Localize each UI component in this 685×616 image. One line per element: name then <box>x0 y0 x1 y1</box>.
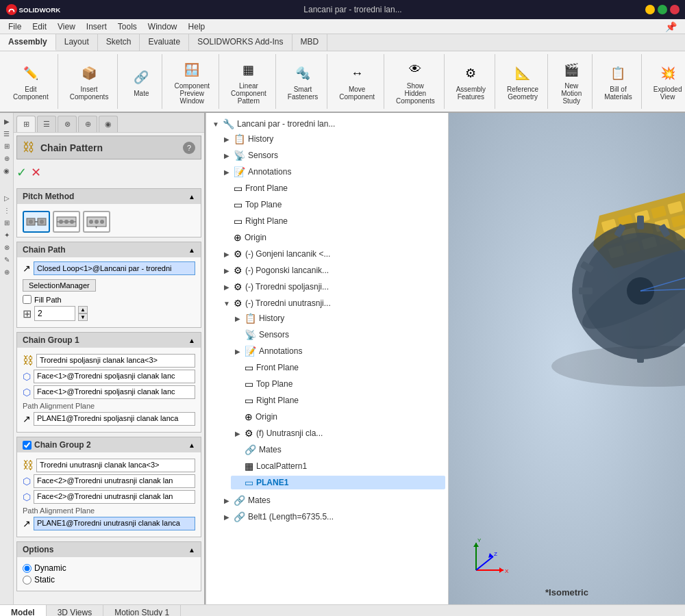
tree-pogonski-expand[interactable]: ▶ <box>223 266 231 274</box>
assembly-features-button[interactable]: ⚙ AssemblyFeatures <box>453 60 489 103</box>
method-btn-2[interactable] <box>53 211 80 233</box>
tree-sensors-content[interactable]: ▶ 📡 Sensors <box>220 149 445 162</box>
tree-mates-top-content[interactable]: ▶ 🔗 Mates <box>220 493 445 507</box>
pitch-input[interactable] <box>34 306 75 321</box>
pitch-down-button[interactable]: ▼ <box>78 313 88 321</box>
sidebar-icon-2[interactable]: ☰ <box>1 128 12 139</box>
cancel-button[interactable]: ✕ <box>31 165 41 180</box>
tree-top-plane-content[interactable]: ▶ ▭ Top Plane <box>220 198 445 211</box>
reference-geometry-button[interactable]: 📐 ReferenceGeometry <box>503 60 542 103</box>
sidebar-icon-5[interactable]: ◉ <box>1 165 12 176</box>
cg1-face1-input[interactable]: Face<1>@Troredni spoljasnji clanak lanc <box>34 370 195 383</box>
status-tab-motion-study[interactable]: Motion Study 1 <box>103 605 181 616</box>
cg2-component-input[interactable]: Troredni unutrasnji clanak lanca<3> <box>36 459 195 472</box>
show-hidden-button[interactable]: 👁 ShowHiddenComponents <box>393 57 438 107</box>
status-tab-model[interactable]: Model <box>0 605 47 616</box>
sidebar-icon-10[interactable]: ⊗ <box>1 242 12 253</box>
tree-troredni-unut-expand[interactable]: ▼ <box>223 299 231 307</box>
method-btn-1[interactable] <box>23 211 50 233</box>
panel-tab-2[interactable]: ☰ <box>37 116 56 132</box>
ok-button[interactable]: ✓ <box>16 165 27 180</box>
cg2-face1-input[interactable]: Face<2>@Troredni unutrasnji clanak lan <box>34 474 195 488</box>
cg1-face2-input[interactable]: Face<1>@Troredni spoljasnji clanak lanc <box>34 385 195 399</box>
panel-tab-1[interactable]: ⊞ <box>16 116 36 132</box>
tree-origin-inner-content[interactable]: ▶ ⊕ Origin <box>231 410 445 424</box>
tree-unutrasnji-cla-expand[interactable]: ▶ <box>234 429 242 437</box>
edit-component-button[interactable]: ✏️ EditComponent <box>10 60 52 103</box>
tree-top-plane-inner-content[interactable]: ▶ ▭ Top Plane <box>231 377 445 391</box>
tree-gonjeni-content[interactable]: ▶ ⚙ (-) Gonjeni lancanik <... <box>220 247 445 261</box>
sidebar-icon-8[interactable]: ⊞ <box>1 217 12 228</box>
chain-group-1-header[interactable]: Chain Group 1 ▲ <box>17 333 201 348</box>
sidebar-icon-9[interactable]: ✦ <box>1 229 12 240</box>
tree-history-top-expand[interactable]: ▶ <box>223 135 231 143</box>
tree-gonjeni-expand[interactable]: ▶ <box>223 250 231 258</box>
options-header[interactable]: Options ▲ <box>17 542 201 557</box>
close-button[interactable] <box>670 5 680 14</box>
insert-components-button[interactable]: 📦 InsertComponents <box>66 60 112 103</box>
panel-tab-5[interactable]: ◉ <box>99 116 118 132</box>
cg1-plane-icon[interactable]: ↗ <box>23 413 31 424</box>
selection-manager-button[interactable]: SelectionManager <box>23 279 96 292</box>
chain-group-2-header[interactable]: Chain Group 2 ▲ <box>17 437 201 452</box>
tree-sensors-expand[interactable]: ▶ <box>223 151 231 159</box>
viewport[interactable]: X Y Z *Isometric <box>449 113 685 604</box>
menu-file[interactable]: File <box>3 21 27 33</box>
dynamic-radio[interactable] <box>23 564 32 573</box>
tree-annotations-inner-content[interactable]: ▶ 📝 Annotations <box>231 344 445 358</box>
tab-evaluate[interactable]: Evaluate <box>140 34 189 51</box>
tab-sketch[interactable]: Sketch <box>98 34 140 51</box>
new-motion-study-button[interactable]: 🎬 NewMotionStudy <box>556 57 586 107</box>
tab-layout[interactable]: Layout <box>56 34 98 51</box>
minimize-button[interactable] <box>645 5 655 14</box>
bill-of-materials-button[interactable]: 📋 Bill ofMaterials <box>601 60 636 103</box>
tree-history-top-content[interactable]: ▶ 📋 History <box>220 132 445 146</box>
cg2-plane-input[interactable]: PLANE1@Troredni unutrasnji clanak lanca <box>34 517 195 530</box>
tree-annotations-expand[interactable]: ▶ <box>223 168 231 176</box>
sidebar-icon-7[interactable]: ⋮ <box>1 205 12 216</box>
menu-tools[interactable]: Tools <box>112 21 142 33</box>
tab-solidworks-addins[interactable]: SOLIDWORKS Add-Ins <box>189 34 292 51</box>
tree-unutrasnji-cla-content[interactable]: ▶ ⚙ (f) Unutrasnji cla... <box>231 426 445 440</box>
tree-history-inner-expand[interactable]: ▶ <box>234 314 242 322</box>
tree-sensors-inner-content[interactable]: ▶ 📡 Sensors <box>231 328 445 342</box>
pitch-up-button[interactable]: ▲ <box>78 306 88 313</box>
menu-edit[interactable]: Edit <box>27 21 52 33</box>
chain-path-input[interactable] <box>34 261 195 275</box>
tab-mbd[interactable]: MBD <box>292 34 328 51</box>
tree-front-plane-content[interactable]: ▶ ▭ Front Plane <box>220 181 445 195</box>
cg1-component-input[interactable]: Troredni spoljasnji clanak lanca<3> <box>36 354 195 368</box>
tab-assembly[interactable]: Assembly <box>0 34 56 51</box>
tree-pogonski-content[interactable]: ▶ ⚙ (-) Pogonski lancanik... <box>220 264 445 277</box>
maximize-button[interactable] <box>658 5 667 14</box>
menu-view[interactable]: View <box>52 21 81 33</box>
tree-plane1-content[interactable]: ▶ ▭ PLANE1 <box>231 476 445 489</box>
cg2-face2-input[interactable]: Face<2>@Troredni unutrasnji clanak lan <box>34 490 195 504</box>
tree-troredni-spolj-expand[interactable]: ▶ <box>223 283 231 291</box>
menu-insert[interactable]: Insert <box>81 21 112 33</box>
tree-root-content[interactable]: ▼ 🔧 Lancani par - troredni lan... <box>209 117 445 131</box>
tree-annotations-inner-expand[interactable]: ▶ <box>234 347 242 355</box>
sidebar-icon-12[interactable]: ⊕ <box>1 266 12 277</box>
chain-group-2-checkbox[interactable] <box>23 441 32 450</box>
tree-history-inner-content[interactable]: ▶ 📋 History <box>231 311 445 325</box>
mate-button[interactable]: 🔗 Mate <box>126 64 156 99</box>
move-component-button[interactable]: ↔️ MoveComponent <box>336 60 378 103</box>
tree-troredni-unut-content[interactable]: ▼ ⚙ (-) Troredni unutrasnji... <box>220 296 445 310</box>
tree-root-expand[interactable]: ▼ <box>212 120 220 128</box>
cg1-plane-input[interactable]: PLANE1@Troredni spoljasnji clanak lanca <box>34 412 195 426</box>
sidebar-icon-3[interactable]: ⊞ <box>1 140 12 151</box>
menu-window[interactable]: Window <box>142 21 183 33</box>
tree-belt1-expand[interactable]: ▶ <box>223 513 231 521</box>
sidebar-icon-11[interactable]: ✎ <box>1 254 12 265</box>
tree-right-plane-content[interactable]: ▶ ▭ Right Plane <box>220 214 445 228</box>
chain-path-header[interactable]: Chain Path ▲ <box>17 242 201 257</box>
panel-tab-3[interactable]: ⊗ <box>58 116 77 132</box>
tree-belt1-content[interactable]: ▶ 🔗 Belt1 (Length=6735.5... <box>220 510 445 524</box>
chain-path-select-icon[interactable]: ↗ <box>23 263 31 274</box>
pitch-method-header[interactable]: Pitch Method ▲ <box>17 189 201 204</box>
sidebar-icon-4[interactable]: ⊕ <box>1 153 12 164</box>
tree-front-plane-inner-content[interactable]: ▶ ▭ Front Plane <box>231 361 445 374</box>
tree-mates-top-expand[interactable]: ▶ <box>223 496 231 504</box>
linear-pattern-button[interactable]: ▦ Linear ComponentPattern <box>227 57 270 107</box>
